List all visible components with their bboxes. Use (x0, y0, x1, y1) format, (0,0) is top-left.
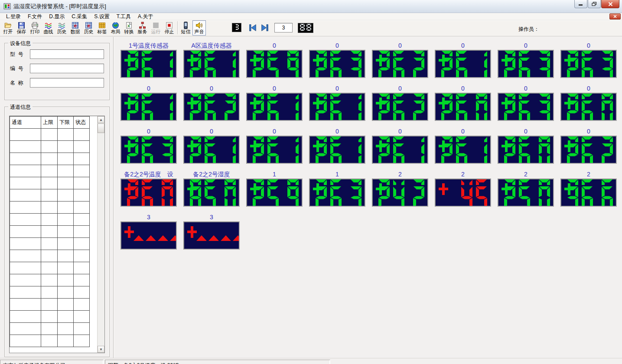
led-row-5: 33 (120, 214, 622, 250)
minimize-button[interactable] (574, 0, 587, 8)
channel-table-row[interactable] (10, 141, 90, 153)
channel-table-row[interactable] (10, 323, 90, 335)
seven-segment-value (316, 186, 361, 207)
channel-table-row[interactable] (10, 286, 90, 299)
channel-table-cell (58, 311, 74, 323)
panel-label: 3 (183, 214, 240, 221)
channel-table-row[interactable] (10, 238, 90, 250)
toolbar-curves-history-button[interactable]: 历史 (55, 20, 68, 36)
toolbar-open-folder-button[interactable]: 打开 (1, 20, 15, 36)
panel-label: 0 (435, 42, 491, 50)
scroll-up-icon[interactable]: ▲ (98, 116, 104, 123)
device-field-input-1[interactable] (30, 64, 104, 73)
mdi-child-close-icon[interactable] (609, 13, 621, 20)
next-page-icon[interactable] (260, 23, 270, 33)
status-company: 南京仁科电子设备有限公司 (0, 360, 104, 364)
seven-segment-wrap (561, 136, 616, 142)
convert-icon: X (125, 22, 133, 29)
menu-item-f[interactable]: F.文件 (24, 13, 46, 21)
led-panel (372, 50, 428, 78)
channel-table-row[interactable] (10, 153, 90, 165)
seven-segment-value (127, 58, 173, 78)
toolbar-phone-button[interactable]: 短信 (179, 20, 192, 36)
toolbar-floppy-button[interactable]: 保存 (15, 20, 28, 36)
led-row-1: 1号温度传感器A区温度传感器000000 (120, 42, 622, 78)
channel-table-cell (41, 311, 58, 323)
channel-table-row[interactable] (10, 202, 90, 214)
menu-item-c[interactable]: C.采集 (68, 13, 91, 21)
close-button[interactable] (601, 0, 619, 8)
channel-table-cell (41, 129, 58, 141)
channel-table-cell (10, 189, 41, 202)
toolbar-table-history-button[interactable]: e历史 (82, 20, 95, 36)
channel-table-cell (10, 335, 41, 347)
current-page-led (232, 23, 241, 32)
menu-item-t[interactable]: T.工具 (113, 13, 134, 21)
scroll-thumb[interactable] (98, 124, 104, 133)
menu-item-d[interactable]: D.显示 (46, 13, 68, 21)
channel-table-row[interactable] (10, 129, 90, 141)
device-field-input-2[interactable] (30, 78, 104, 88)
toolbar-table-label-button[interactable]: 标签 (95, 20, 109, 36)
channel-table-row[interactable] (10, 189, 90, 202)
channel-table-row[interactable] (10, 165, 90, 177)
led-panel (183, 93, 240, 121)
prev-page-icon[interactable] (248, 23, 257, 33)
device-info-title: 设备信息 (8, 40, 33, 47)
led-panel (435, 93, 491, 121)
toolbar-curves-button[interactable]: 曲线 (42, 20, 55, 36)
led-panel (498, 136, 554, 164)
seven-segment-wrap (184, 94, 239, 99)
device-field-row: 型 号 (10, 49, 104, 59)
channel-table-row[interactable] (10, 177, 90, 189)
channel-table-row[interactable] (10, 335, 90, 347)
toolbar-network-button[interactable]: 服务 (136, 20, 149, 36)
seven-segment-wrap (373, 51, 427, 56)
page-number-input[interactable] (274, 23, 293, 32)
channel-table-scrollbar[interactable]: ▲ ▼ (97, 116, 104, 353)
led-panel (560, 136, 617, 164)
channel-table-row[interactable] (10, 311, 90, 323)
channel-table-row[interactable] (10, 214, 90, 226)
led-panel (498, 93, 554, 121)
channel-table-cell (58, 226, 74, 238)
menu-item-a[interactable]: A.关于 (134, 13, 156, 21)
toolbar-button-label: 曲线 (44, 29, 53, 35)
toolbar-speaker-button[interactable]: 声音 (192, 20, 206, 36)
toolbar-table-data-button[interactable]: e数据 (68, 20, 82, 36)
sidebar: 设备信息 型 号编 号名 称 通道信息 通道上限下限状态 (0, 37, 114, 358)
toolbar-button-label: 停止 (165, 29, 174, 35)
toolbar-globe-button[interactable]: 布局 (109, 20, 122, 36)
channel-table-cell (74, 202, 90, 214)
channel-table-row[interactable] (10, 226, 90, 238)
channel-table-row[interactable] (10, 262, 90, 274)
menu-item-l[interactable]: L.登录 (3, 13, 24, 21)
channel-table-row[interactable] (10, 274, 90, 286)
channel-table-cell (10, 214, 41, 226)
device-field-input-0[interactable] (30, 49, 104, 59)
channel-table-row[interactable] (10, 299, 90, 311)
table-data-icon: e (72, 22, 79, 29)
led-cell: 1 (246, 171, 303, 207)
toolbar-printer-button[interactable]: 打印 (28, 20, 42, 36)
seven-segment-value (567, 186, 613, 207)
seven-segment-value (253, 58, 299, 78)
led-cell: 0 (498, 128, 554, 164)
table-label-icon (98, 22, 106, 29)
toolbar-stop-button[interactable]: 停止 (163, 20, 176, 36)
restore-button[interactable] (588, 0, 601, 8)
menu-item-s[interactable]: S.设置 (91, 13, 113, 21)
scroll-down-icon[interactable]: ▼ (98, 346, 104, 353)
led-cell: 0 (498, 42, 554, 78)
panel-label: 2 (435, 171, 491, 179)
led-cell: 2 (435, 171, 491, 207)
seven-segment-value (253, 101, 299, 121)
seven-segment-wrap (121, 94, 176, 99)
seven-segment-value (441, 143, 487, 164)
seven-segment-value (441, 101, 487, 121)
channel-table-cell (74, 250, 90, 262)
seven-segment-wrap (561, 179, 616, 185)
toolbar-convert-button[interactable]: X转换 (122, 20, 136, 36)
channel-table-row[interactable] (10, 250, 90, 262)
channel-table-cell (58, 141, 74, 153)
